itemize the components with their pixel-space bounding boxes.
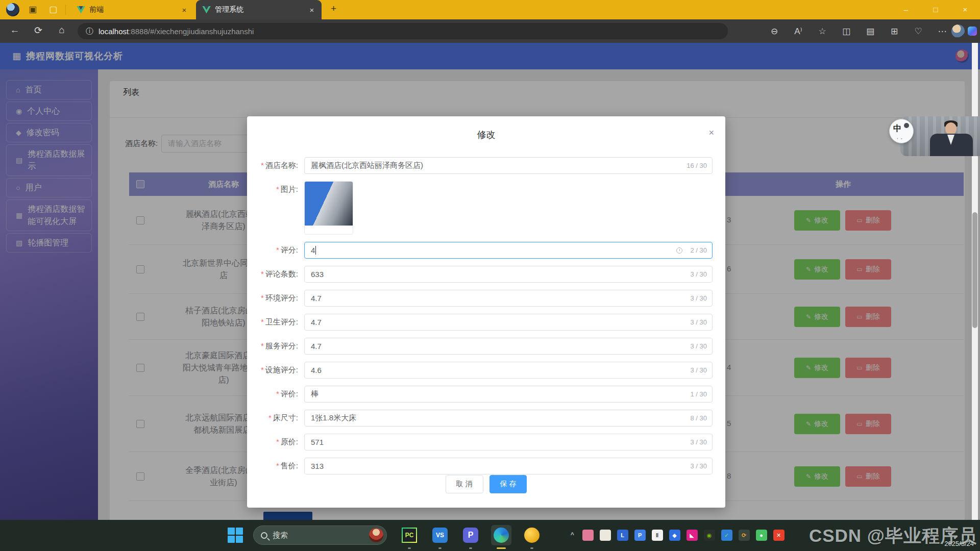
form-field: *图片: [247,181,725,235]
field-label: *设施评分: [247,362,298,375]
form-field: *评论条数: 633 3 / 30 [247,266,725,283]
running-indicator [530,547,533,549]
field-label: *售价: [247,458,298,471]
back-button[interactable]: ← [8,24,21,36]
uploaded-image[interactable] [304,181,353,235]
tray-icon[interactable]: ⟳ [739,530,750,541]
required-asterisk: * [261,341,264,350]
input-value: 1张1.8米大床 [311,413,356,423]
input-value: 麗枫酒店(北京西站丽泽商务区店) [311,161,423,170]
tray-expand-icon[interactable]: ^ [571,531,574,539]
save-button[interactable]: 保 存 [489,475,527,493]
text-input[interactable]: 麗枫酒店(北京西站丽泽商务区店) 16 / 30 [304,157,713,174]
browser-profile-avatar[interactable] [6,3,19,16]
cancel-button[interactable]: 取 消 [446,475,483,493]
required-asterisk: * [268,413,272,422]
toolbar-icon[interactable]: A⁾ [793,26,803,37]
text-input[interactable]: 4.6 3 / 30 [304,362,713,379]
field-label: *原价: [247,434,298,447]
tray-icon[interactable] [600,530,611,541]
tab-admin-system[interactable]: 管理系统 × [196,0,322,19]
tray-icon[interactable]: ‖ [652,530,663,541]
person-head [945,122,957,135]
upload-item-footer [305,226,353,234]
dialog-scrollbar[interactable] [972,43,978,520]
tray-icon[interactable]: ◆ [669,530,680,541]
taskbar-app-icon[interactable]: PC [399,525,420,545]
vue-icon [77,6,85,14]
tray-icon[interactable] [582,530,594,541]
running-indicator [438,547,442,549]
refresh-button[interactable]: ⟳ [32,24,45,36]
search-icon [261,532,267,539]
toolbar-icon[interactable]: ⊖ [769,26,779,37]
window-controls: – □ × [891,0,980,18]
tray-icon[interactable]: L [617,530,628,541]
search-highlight-avatar [369,528,383,542]
toolbar-icon[interactable]: ⋯ [937,26,947,37]
tray-icon[interactable]: P [634,530,646,541]
close-tab-icon[interactable]: × [180,6,189,14]
workspaces-icon[interactable]: ▣ [27,4,39,15]
field-label: *卫生评分: [247,314,298,327]
close-icon[interactable]: × [708,128,714,138]
text-input[interactable]: 4.7 3 / 30 [304,338,713,355]
input-value: 4.7 [311,318,322,327]
running-indicator [497,547,506,549]
start-button[interactable] [228,528,243,543]
scrollbar-thumb[interactable] [972,212,977,328]
text-input[interactable]: 313 3 / 30 [304,458,713,474]
toolbar-icon[interactable]: ♡ [913,26,923,37]
text-input[interactable]: 4 2 / 30 [304,242,713,259]
taskbar-search[interactable]: 搜索 [253,525,387,545]
taskbar-app-icon[interactable]: VS [430,525,450,545]
toolbar-icon[interactable]: ☆ [817,26,827,37]
vue-icon [202,6,211,14]
home-button[interactable]: ⌂ [55,24,68,36]
tab-frontend[interactable]: 前端 × [70,0,194,19]
toolbar-icon[interactable]: ⊞ [889,26,899,37]
taskbar-app-icon[interactable] [522,525,542,545]
browser-tab-strip: ▣ ▢ 前端 × 管理系统 × + – □ × [0,0,980,19]
new-tab-button[interactable]: + [331,3,336,14]
ime-indicator[interactable]: 中 ，。 [889,119,914,143]
address-bar[interactable]: ⓘ localhost:8888/#/xiechengjiudianshujuz… [78,23,728,39]
browser-account-avatar[interactable] [951,24,965,38]
maximize-button[interactable]: □ [921,0,950,18]
taskbar-app-icon[interactable] [491,525,511,545]
close-window-button[interactable]: × [950,0,980,18]
text-input[interactable]: 1张1.8米大床 8 / 30 [304,410,713,427]
search-placeholder: 搜索 [273,531,364,540]
required-asterisk: * [276,389,279,398]
tray-icon[interactable]: ✕ [773,530,785,541]
tray-icon[interactable]: ✓ [721,530,732,541]
form-field: *床尺寸: 1张1.8米大床 8 / 30 [247,410,725,427]
text-input[interactable]: 棒 1 / 30 [304,386,713,403]
toolbar-icon[interactable]: ▤ [865,26,875,37]
form-field: *服务评分: 4.7 3 / 30 [247,338,725,355]
vertical-tabs-icon[interactable]: ▢ [47,4,59,15]
tray-icon[interactable]: ◉ [704,530,715,541]
text-input[interactable]: 571 3 / 30 [304,434,713,450]
copilot-sidebar-icon[interactable] [968,27,977,36]
taskbar-app-icon[interactable]: P [460,525,481,545]
minimize-button[interactable]: – [891,0,921,18]
edit-dialog: 修改 × *酒店名称: 麗枫酒店(北京西站丽泽商务区店) 16 / 30 *图片… [247,116,725,508]
ime-punctuation: ，。 [895,134,906,141]
site-info-icon[interactable]: ⓘ [86,27,93,36]
form-field: *卫生评分: 4.7 3 / 30 [247,314,725,331]
text-input[interactable]: 633 3 / 30 [304,266,713,283]
input-value: 4.7 [311,294,322,303]
char-counter: 8 / 30 [690,414,707,422]
field-label: *床尺寸: [247,410,298,423]
field-label: *评分: [247,242,298,255]
toolbar-icon[interactable]: ◫ [841,26,851,37]
tray-icon[interactable]: ◣ [687,530,698,541]
toolbar-icons: ⊖A⁾☆◫▤⊞♡⋯ [769,19,947,43]
close-tab-icon[interactable]: × [307,6,316,14]
text-input[interactable]: 4.7 3 / 30 [304,314,713,331]
text-input[interactable]: 4.7 3 / 30 [304,290,713,307]
csdn-watermark: CSDN @毕业程序员 [809,524,977,548]
tray-icon[interactable]: ● [756,530,767,541]
char-counter: 16 / 30 [687,162,707,169]
